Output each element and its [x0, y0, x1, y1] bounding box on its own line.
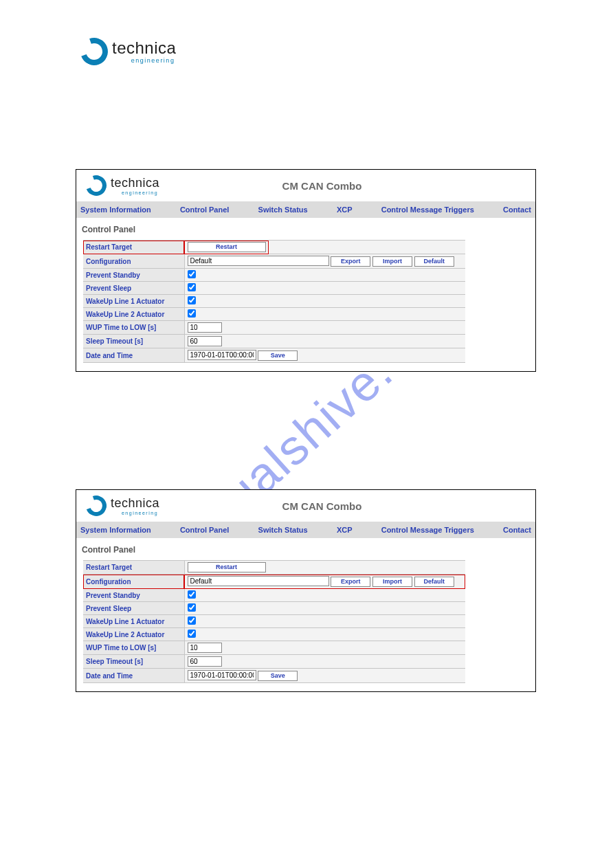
label-prevent-sleep: Prevent Sleep: [83, 282, 184, 295]
row-date-time: Date and Time Save: [83, 669, 465, 683]
row-wakeup-line-2: WakeUp Line 2 Actuator: [83, 628, 465, 641]
default-button[interactable]: Default: [414, 256, 454, 267]
nav-control-message-triggers[interactable]: Control Message Triggers: [381, 526, 474, 534]
restart-button[interactable]: Restart: [188, 562, 266, 572]
wakeup-line-1-checkbox[interactable]: [188, 616, 196, 625]
navbar: System Information Control Panel Switch …: [76, 201, 535, 218]
row-prevent-standby: Prevent Standby: [83, 589, 465, 602]
app-title: CM CAN Combo: [118, 500, 526, 512]
label-date-time: Date and Time: [83, 348, 184, 363]
nav-system-information[interactable]: System Information: [80, 205, 151, 214]
label-wakeup-line-2: WakeUp Line 2 Actuator: [83, 628, 184, 641]
app-title: CM CAN Combo: [118, 180, 526, 192]
row-wakeup-line-1: WakeUp Line 1 Actuator: [83, 615, 465, 628]
navbar: System Information Control Panel Switch …: [76, 522, 535, 538]
panel-header: technica engineering CM CAN Combo: [76, 170, 535, 201]
wup-time-input[interactable]: [188, 643, 222, 653]
settings-table: Restart Target Restart Configuration Exp…: [83, 560, 465, 683]
label-wakeup-line-2: WakeUp Line 2 Actuator: [83, 308, 184, 321]
date-time-input[interactable]: [188, 670, 256, 680]
configuration-input[interactable]: [188, 576, 329, 586]
section-title: Control Panel: [76, 218, 535, 240]
label-sleep-timeout: Sleep Timeout [s]: [83, 655, 184, 669]
nav-system-information[interactable]: System Information: [80, 526, 151, 534]
label-prevent-sleep: Prevent Sleep: [83, 602, 184, 615]
wakeup-line-1-checkbox[interactable]: [188, 296, 196, 304]
default-button[interactable]: Default: [414, 577, 454, 587]
logo-tagline: engineering: [112, 58, 176, 64]
screenshot-panel-2: technica engineering CM CAN Combo System…: [76, 489, 536, 692]
label-wup-time: WUP Time to LOW [s]: [83, 641, 184, 655]
screenshot-panel-1: technica engineering CM CAN Combo System…: [76, 169, 536, 372]
row-sleep-timeout: Sleep Timeout [s]: [83, 335, 465, 348]
row-prevent-sleep: Prevent Sleep: [83, 282, 465, 295]
label-sleep-timeout: Sleep Timeout [s]: [83, 335, 184, 348]
nav-control-panel[interactable]: Control Panel: [180, 526, 230, 534]
nav-control-message-triggers[interactable]: Control Message Triggers: [381, 205, 474, 214]
nav-contact[interactable]: Contact: [503, 526, 531, 534]
section-title: Control Panel: [76, 538, 535, 560]
label-wup-time: WUP Time to LOW [s]: [83, 321, 184, 335]
label-prevent-standby: Prevent Standby: [83, 589, 184, 602]
label-prevent-standby: Prevent Standby: [83, 269, 184, 282]
label-date-time: Date and Time: [83, 669, 184, 683]
save-button[interactable]: Save: [258, 671, 298, 681]
row-sleep-timeout: Sleep Timeout [s]: [83, 655, 465, 669]
row-restart-target: Restart Target Restart: [83, 561, 465, 575]
label-wakeup-line-1: WakeUp Line 1 Actuator: [83, 615, 184, 628]
nav-switch-status[interactable]: Switch Status: [258, 526, 308, 534]
row-wakeup-line-1: WakeUp Line 1 Actuator: [83, 295, 465, 308]
prevent-standby-checkbox[interactable]: [188, 590, 196, 599]
panel-header: technica engineering CM CAN Combo: [76, 490, 535, 522]
label-restart-target: Restart Target: [83, 561, 184, 575]
label-configuration: Configuration: [83, 575, 184, 589]
nav-switch-status[interactable]: Switch Status: [258, 205, 308, 214]
wup-time-input[interactable]: [188, 322, 222, 333]
label-configuration: Configuration: [83, 254, 184, 269]
sleep-timeout-input[interactable]: [188, 656, 222, 667]
save-button[interactable]: Save: [258, 350, 298, 361]
row-configuration: Configuration Export Import Default: [83, 254, 465, 269]
logo-brand: technica: [112, 40, 176, 56]
settings-table: Restart Target Restart Configuration Exp…: [83, 240, 465, 363]
import-button[interactable]: Import: [372, 577, 412, 587]
page-logo: technica engineering: [80, 38, 176, 65]
logo-text: technica engineering: [112, 40, 176, 64]
prevent-sleep-checkbox[interactable]: [188, 283, 196, 291]
row-prevent-standby: Prevent Standby: [83, 269, 465, 282]
technica-swoosh-icon: [86, 496, 107, 516]
sleep-timeout-input[interactable]: [188, 336, 222, 346]
import-button[interactable]: Import: [372, 256, 412, 267]
nav-contact[interactable]: Contact: [503, 205, 531, 214]
wakeup-line-2-checkbox[interactable]: [188, 630, 196, 638]
row-wup-time: WUP Time to LOW [s]: [83, 641, 465, 655]
row-wup-time: WUP Time to LOW [s]: [83, 321, 465, 335]
configuration-input[interactable]: [188, 256, 329, 266]
row-configuration: Configuration Export Import Default: [83, 575, 465, 589]
technica-swoosh-icon: [80, 38, 108, 65]
row-restart-target: Restart Target Restart: [83, 241, 465, 254]
nav-xcp[interactable]: XCP: [337, 205, 353, 214]
nav-control-panel[interactable]: Control Panel: [180, 205, 230, 214]
export-button[interactable]: Export: [331, 256, 370, 267]
technica-swoosh-icon: [86, 175, 107, 196]
row-date-time: Date and Time Save: [83, 348, 465, 363]
export-button[interactable]: Export: [331, 577, 370, 587]
prevent-standby-checkbox[interactable]: [188, 270, 196, 278]
wakeup-line-2-checkbox[interactable]: [188, 309, 196, 318]
row-wakeup-line-2: WakeUp Line 2 Actuator: [83, 308, 465, 321]
label-wakeup-line-1: WakeUp Line 1 Actuator: [83, 295, 184, 308]
label-restart-target: Restart Target: [83, 241, 184, 254]
row-prevent-sleep: Prevent Sleep: [83, 602, 465, 615]
date-time-input[interactable]: [188, 350, 256, 360]
nav-xcp[interactable]: XCP: [337, 526, 353, 534]
prevent-sleep-checkbox[interactable]: [188, 603, 196, 612]
restart-button[interactable]: Restart: [188, 242, 266, 252]
